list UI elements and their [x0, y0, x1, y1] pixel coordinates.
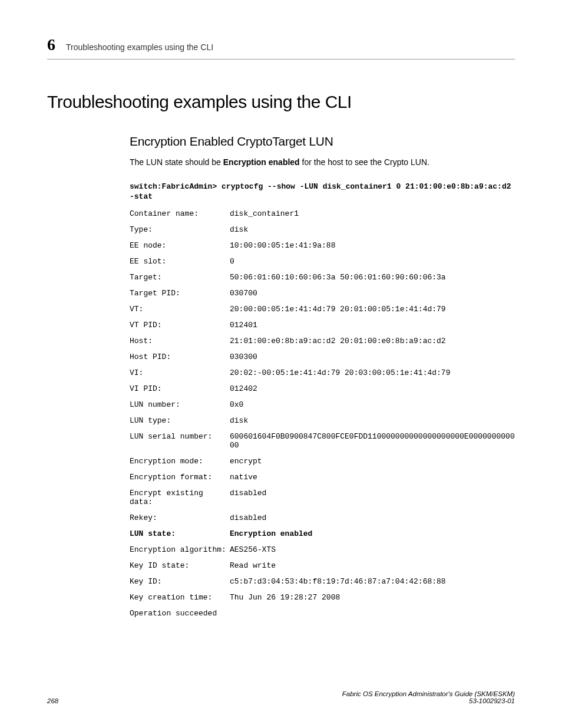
output-value: 21:01:00:e0:8b:a9:ac:d2 20:01:00:e0:8b:a… [230, 337, 515, 345]
output-value: Encryption enabled [230, 529, 515, 538]
output-row: Key ID state:Read write [130, 561, 515, 570]
output-key: Type: [130, 225, 230, 234]
output-row: Host PID:030300 [130, 353, 515, 361]
output-key: Key creation time: [130, 593, 230, 602]
output-key: LUN type: [130, 416, 230, 425]
page-number: 268 [47, 697, 58, 704]
breadcrumb: Troubleshooting examples using the CLI [66, 42, 213, 52]
output-row: EE node:10:00:00:05:1e:41:9a:88 [130, 241, 515, 250]
output-key: VI: [130, 368, 230, 377]
doc-title: Fabric OS Encryption Administrator's Gui… [342, 690, 515, 697]
output-value: 20:00:00:05:1e:41:4d:79 20:01:00:05:1e:4… [230, 305, 515, 314]
output-key: Key ID: [130, 577, 230, 586]
cli-command: switch:FabricAdmin> cryptocfg --show -LU… [130, 182, 515, 202]
output-row: VT PID:012401 [130, 321, 515, 330]
output-key: Rekey: [130, 513, 230, 522]
doc-id: 53-1002923-01 [342, 697, 515, 704]
output-value: disk [230, 416, 515, 425]
output-value: disk [230, 225, 515, 234]
output-row: Host:21:01:00:e0:8b:a9:ac:d2 20:01:00:e0… [130, 337, 515, 345]
output-value: 600601604F0B0900847C800FCE0FDD1100000000… [230, 432, 515, 450]
output-key: Encryption algorithm: [130, 545, 230, 554]
output-value: c5:b7:d3:04:53:4b:f8:19:7d:46:87:a7:04:4… [230, 577, 515, 586]
output-row: Key ID:c5:b7:d3:04:53:4b:f8:19:7d:46:87:… [130, 577, 515, 586]
output-key: Target PID: [130, 289, 230, 298]
footer-doc-info: Fabric OS Encryption Administrator's Gui… [342, 690, 515, 704]
output-value: 030300 [230, 353, 515, 361]
output-key: Encrypt existing data: [130, 489, 230, 506]
output-value: 50:06:01:60:10:60:06:3a 50:06:01:60:90:6… [230, 273, 515, 282]
output-row: Container name:disk_container1 [130, 209, 515, 218]
output-value: encrypt [230, 457, 515, 466]
page-footer: 268 Fabric OS Encryption Administrator's… [47, 690, 515, 704]
output-key: LUN number: [130, 400, 230, 409]
output-value: AES256-XTS [230, 545, 515, 554]
output-value: disabled [230, 513, 515, 522]
output-value: 012401 [230, 321, 515, 330]
output-row: Encryption mode:encrypt [130, 457, 515, 466]
output-row: Encrypt existing data:disabled [130, 489, 515, 506]
section-heading: Encryption Enabled CryptoTarget LUN [130, 134, 515, 149]
output-row: LUN type:disk [130, 416, 515, 425]
output-key: EE node: [130, 241, 230, 250]
intro-pre: The LUN state should be [130, 157, 223, 167]
output-value: 012402 [230, 384, 515, 393]
output-row: LUN number:0x0 [130, 400, 515, 409]
page-title: Troubleshooting examples using the CLI [47, 92, 515, 112]
output-value: 20:02:-00:05:1e:41:4d:79 20:03:00:05:1e:… [230, 368, 515, 377]
output-row: Encryption format:native [130, 473, 515, 482]
output-value: disabled [230, 489, 515, 498]
output-value: 10:00:00:05:1e:41:9a:88 [230, 241, 515, 250]
output-key: Encryption format: [130, 473, 230, 482]
output-row: Rekey:disabled [130, 513, 515, 522]
output-value: 030700 [230, 289, 515, 298]
output-value: native [230, 473, 515, 482]
output-row: EE slot:0 [130, 257, 515, 266]
output-key: Container name: [130, 209, 230, 218]
intro-post: for the host to see the Crypto LUN. [300, 157, 429, 167]
operation-succeeded: Operation succeeded [130, 609, 515, 618]
output-row: VI PID:012402 [130, 384, 515, 393]
page-header: 6 Troubleshooting examples using the CLI [47, 35, 515, 60]
intro-bold: Encryption enabled [223, 157, 300, 167]
page: 6 Troubleshooting examples using the CLI… [0, 0, 562, 728]
intro-text: The LUN state should be Encryption enabl… [130, 157, 515, 169]
output-row: Type:disk [130, 225, 515, 234]
output-value: disk_container1 [230, 209, 515, 218]
output-row: LUN state:Encryption enabled [130, 529, 515, 538]
output-key: VT PID: [130, 321, 230, 330]
output-key: LUN serial number: [130, 432, 230, 441]
output-key: Host: [130, 337, 230, 345]
output-row: VT:20:00:00:05:1e:41:4d:79 20:01:00:05:1… [130, 305, 515, 314]
output-key: VT: [130, 305, 230, 314]
output-row: Key creation time:Thu Jun 26 19:28:27 20… [130, 593, 515, 602]
output-key: EE slot: [130, 257, 230, 266]
output-value: Read write [230, 561, 515, 570]
output-row: LUN serial number:600601604F0B0900847C80… [130, 432, 515, 450]
output-row: Target PID:030700 [130, 289, 515, 298]
output-value: 0 [230, 257, 515, 266]
output-row: Target:50:06:01:60:10:60:06:3a 50:06:01:… [130, 273, 515, 282]
output-key: Key ID state: [130, 561, 230, 570]
output-key: VI PID: [130, 384, 230, 393]
output-key: Target: [130, 273, 230, 282]
output-key: Encryption mode: [130, 457, 230, 466]
output-row: Encryption algorithm:AES256-XTS [130, 545, 515, 554]
output-key: Host PID: [130, 353, 230, 361]
output-key: LUN state: [130, 529, 230, 538]
output-value: Thu Jun 26 19:28:27 2008 [230, 593, 515, 602]
output-row: VI:20:02:-00:05:1e:41:4d:79 20:03:00:05:… [130, 368, 515, 377]
chapter-number: 6 [47, 35, 55, 54]
output-value: 0x0 [230, 400, 515, 409]
cli-output-table: Container name:disk_container1Type:diskE… [130, 209, 515, 602]
